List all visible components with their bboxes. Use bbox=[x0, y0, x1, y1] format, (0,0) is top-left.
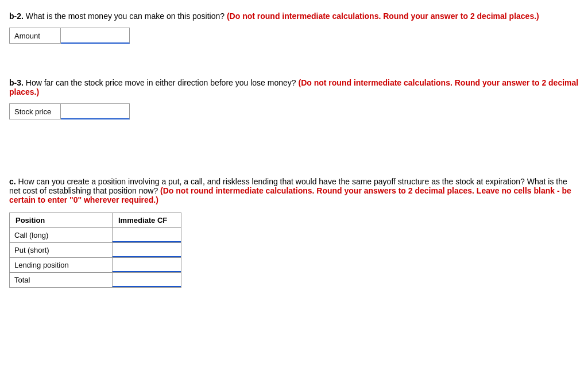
table-cell-input[interactable] bbox=[113, 243, 181, 258]
table-cell-label: Total bbox=[10, 273, 113, 288]
table-row: Put (short) bbox=[10, 243, 181, 258]
table-cell-label: Call (long) bbox=[10, 228, 113, 243]
table-cell-input[interactable] bbox=[113, 258, 181, 273]
b2-amount-input[interactable] bbox=[61, 28, 130, 44]
c-table-input-2[interactable] bbox=[113, 258, 181, 272]
table-row: Total bbox=[10, 273, 181, 288]
col1-header: Position bbox=[10, 213, 113, 228]
table-header-row: Position Immediate CF bbox=[10, 213, 181, 228]
b3-stockprice-input[interactable] bbox=[61, 103, 130, 119]
c-table-input-1[interactable] bbox=[113, 243, 181, 257]
b2-question-text: b-2. What is the most money you can make… bbox=[9, 11, 579, 21]
table-row: Call (long) bbox=[10, 228, 181, 243]
c-question-text: c. How can you create a position involvi… bbox=[9, 177, 579, 204]
b2-label: b-2. bbox=[9, 11, 24, 21]
c-table: Position Immediate CF Call (long)Put (sh… bbox=[9, 212, 181, 288]
c-table-input-3[interactable] bbox=[113, 273, 181, 287]
b3-label: b-3. bbox=[9, 78, 24, 87]
section-b3: b-3. How far can the stock price move in… bbox=[9, 78, 579, 119]
section-b2: b-2. What is the most money you can make… bbox=[9, 11, 579, 44]
table-cell-label: Put (short) bbox=[10, 243, 113, 258]
section-c: c. How can you create a position involvi… bbox=[9, 177, 579, 288]
b3-question-text: b-3. How far can the stock price move in… bbox=[9, 78, 579, 96]
c-label: c. bbox=[9, 177, 16, 186]
b3-question-normal: How far can the stock price move in eith… bbox=[26, 78, 299, 87]
table-row: Lending position bbox=[10, 258, 181, 273]
c-table-input-0[interactable] bbox=[113, 228, 181, 242]
b2-question-normal: What is the most money you can make on t… bbox=[26, 11, 227, 21]
table-cell-input[interactable] bbox=[113, 273, 181, 288]
b2-input-label: Amount bbox=[9, 28, 61, 44]
b2-question-highlight: (Do not round intermediate calculations.… bbox=[227, 11, 539, 21]
b3-input-row: Stock price bbox=[9, 103, 579, 119]
b2-input-row: Amount bbox=[9, 28, 579, 44]
table-cell-input[interactable] bbox=[113, 228, 181, 243]
c-table-container: Position Immediate CF Call (long)Put (sh… bbox=[9, 212, 579, 288]
col2-header: Immediate CF bbox=[113, 213, 181, 228]
b3-input-label: Stock price bbox=[9, 103, 61, 119]
table-cell-label: Lending position bbox=[10, 258, 113, 273]
